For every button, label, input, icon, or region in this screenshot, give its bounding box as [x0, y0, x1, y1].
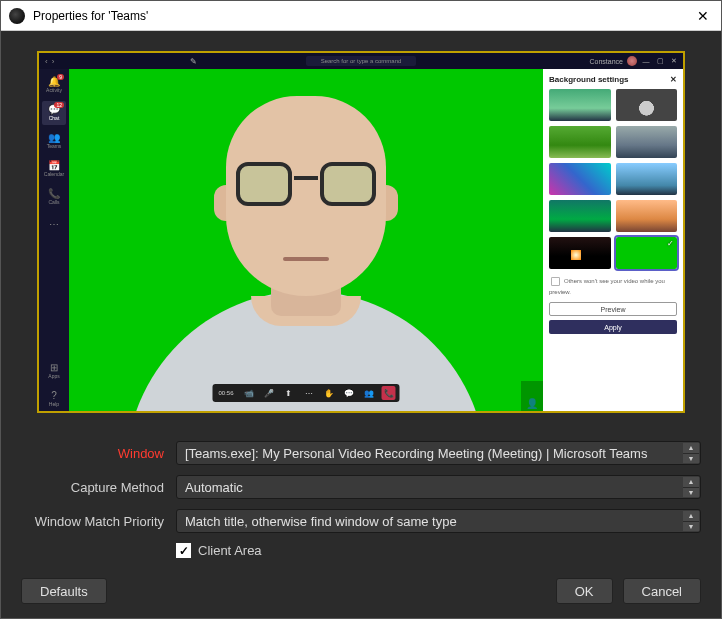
teams-search[interactable]: Search for or type a command [306, 56, 416, 66]
match-priority-label: Window Match Priority [21, 514, 176, 529]
bg-thumb-4[interactable] [616, 126, 678, 158]
new-chat-icon[interactable]: ✎ [190, 57, 197, 66]
avatar[interactable] [627, 56, 637, 66]
show-chat-icon[interactable]: 💬 [342, 386, 356, 400]
ok-button[interactable]: OK [556, 578, 613, 604]
self-preview-thumb[interactable] [521, 381, 543, 411]
teams-titlebar: ‹ › ✎ Search for or type a command Const… [39, 53, 683, 69]
video-toggle-icon[interactable]: 📹 [242, 386, 256, 400]
mic-toggle-icon[interactable]: 🎤 [262, 386, 276, 400]
bg-thumb-8[interactable] [616, 200, 678, 232]
more-actions-icon[interactable]: ⋯ [302, 386, 316, 400]
properties-form: Window [Teams.exe]: My Personal Video Re… [21, 441, 701, 558]
bg-apply-button[interactable]: Apply [549, 320, 677, 334]
bg-thumb-6[interactable] [616, 163, 678, 195]
teams-sidebar: 🔔9Activity 💬12Chat 👥Teams 📅Calendar 📞Cal… [39, 69, 69, 411]
close-teams-icon[interactable]: ✕ [669, 57, 679, 65]
client-area-checkbox[interactable]: ✓ [176, 543, 191, 558]
sidebar-item-apps[interactable]: ⊞Apps [42, 359, 66, 383]
source-preview: ‹ › ✎ Search for or type a command Const… [37, 51, 685, 413]
sidebar-item-calls[interactable]: 📞Calls [42, 185, 66, 209]
call-duration: 00:56 [216, 390, 235, 396]
video-feed: 00:56 📹 🎤 ⬆ ⋯ ✋ 💬 👥 📞 [69, 69, 543, 411]
nav-fwd-icon[interactable]: › [52, 57, 55, 66]
dialog-title: Properties for 'Teams' [33, 9, 693, 23]
sidebar-item-more[interactable]: ⋯ [42, 213, 66, 237]
show-people-icon[interactable]: 👥 [362, 386, 376, 400]
bg-panel-title: Background settings [549, 75, 629, 84]
bg-thumb-1[interactable] [549, 89, 611, 121]
hangup-icon[interactable]: 📞 [382, 386, 396, 400]
dialog-footer: Defaults OK Cancel [21, 578, 701, 604]
window-label: Window [21, 446, 176, 461]
bg-preview-button[interactable]: Preview [549, 302, 677, 316]
bg-thumb-3[interactable] [549, 126, 611, 158]
cancel-button[interactable]: Cancel [623, 578, 701, 604]
min-icon[interactable]: — [641, 58, 651, 65]
bg-panel-close-icon[interactable]: ✕ [670, 75, 677, 84]
bg-note: Others won't see your video while you pr… [543, 269, 683, 302]
person-silhouette [146, 81, 466, 411]
capture-method-label: Capture Method [21, 480, 176, 495]
close-icon[interactable]: ✕ [693, 8, 713, 24]
spinner-icon[interactable]: ▲▼ [683, 477, 699, 497]
obs-logo-icon [9, 8, 25, 24]
client-area-label: Client Area [198, 543, 262, 558]
bg-thumb-7[interactable] [549, 200, 611, 232]
bg-thumb-2[interactable] [616, 89, 678, 121]
max-icon[interactable]: ▢ [655, 57, 665, 65]
bg-note-checkbox[interactable] [551, 277, 560, 286]
spinner-icon[interactable]: ▲▼ [683, 511, 699, 531]
nav-back-icon[interactable]: ‹ [45, 57, 48, 66]
spinner-icon[interactable]: ▲▼ [683, 443, 699, 463]
bg-thumb-5[interactable] [549, 163, 611, 195]
sidebar-item-activity[interactable]: 🔔9Activity [42, 73, 66, 97]
capture-method-select[interactable]: Automatic ▲▼ [176, 475, 701, 499]
call-toolbar: 00:56 📹 🎤 ⬆ ⋯ ✋ 💬 👥 📞 [212, 384, 399, 402]
window-select[interactable]: [Teams.exe]: My Personal Video Recording… [176, 441, 701, 465]
share-icon[interactable]: ⬆ [282, 386, 296, 400]
teams-username: Constance [590, 58, 623, 65]
bg-thumb-9[interactable] [549, 237, 611, 269]
background-settings-panel: Background settings ✕ Others won't see y… [543, 69, 683, 411]
defaults-button[interactable]: Defaults [21, 578, 107, 604]
raise-hand-icon[interactable]: ✋ [322, 386, 336, 400]
dialog-body: ‹ › ✎ Search for or type a command Const… [1, 31, 721, 618]
sidebar-item-teams[interactable]: 👥Teams [42, 129, 66, 153]
sidebar-item-chat[interactable]: 💬12Chat [42, 101, 66, 125]
match-priority-select[interactable]: Match title, otherwise find window of sa… [176, 509, 701, 533]
bg-thumb-green-selected[interactable] [616, 237, 678, 269]
sidebar-item-help[interactable]: ?Help [42, 387, 66, 411]
titlebar: Properties for 'Teams' ✕ [1, 1, 721, 31]
sidebar-item-calendar[interactable]: 📅Calendar [42, 157, 66, 181]
